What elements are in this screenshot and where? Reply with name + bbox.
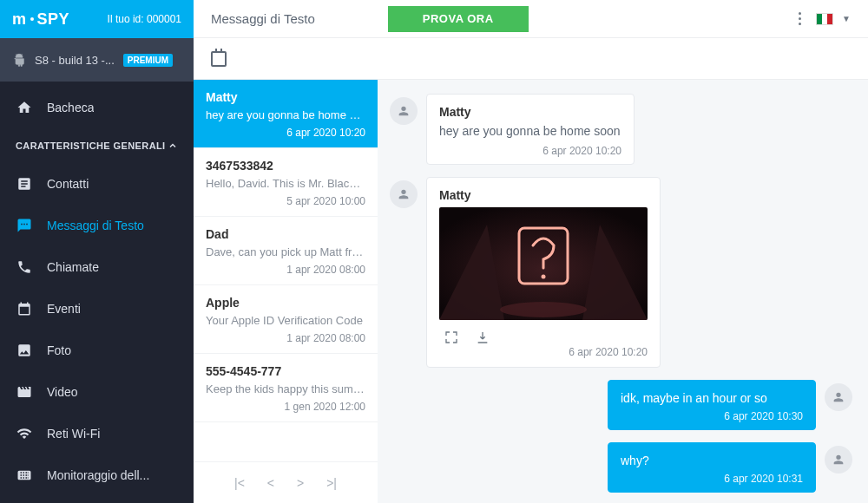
sidebar-item-videos[interactable]: Video (0, 371, 194, 413)
expand-icon[interactable] (444, 330, 460, 346)
sidebar-item-keylogger[interactable]: Key Logger (0, 496, 194, 503)
conversation-item[interactable]: 555-4545-777 Keep the kids happy this su… (194, 354, 378, 422)
android-icon (12, 53, 26, 67)
image-actions (439, 329, 648, 346)
messages-pane[interactable]: Matty hey are you gonna be home soon 6 a… (378, 80, 868, 503)
pager-first[interactable]: |< (234, 476, 245, 490)
contacts-icon (16, 175, 33, 193)
premium-badge: PREMIUM (123, 54, 173, 67)
download-icon[interactable] (476, 330, 491, 346)
message-bubble: Matty (426, 177, 661, 368)
sidebar-header: mSPY Il tuo id: 000001 (0, 0, 194, 38)
conversation-item[interactable]: 3467533842 Hello, David. This is Mr. Bla… (194, 148, 378, 217)
message-bubble: idk, maybe in an hour or so 6 apr 2020 1… (608, 380, 816, 430)
image-icon (16, 342, 33, 359)
toolbar (194, 38, 868, 80)
message-row-sent: why? 6 apr 2020 10:31 (390, 442, 852, 493)
flag-italy-icon[interactable] (816, 13, 833, 25)
brand-logo: mSPY (12, 10, 69, 29)
sidebar-item-sms[interactable]: Messaggi di Testo (0, 205, 194, 246)
sidebar-section-general[interactable]: CARATTERISTICHE GENERALI (0, 128, 194, 163)
sidebar-item-dashboard[interactable]: Bacheca (0, 87, 194, 128)
sidebar-item-wifi[interactable]: Reti Wi-Fi (0, 413, 194, 454)
message-row-sent: idk, maybe in an hour or so 6 apr 2020 1… (390, 380, 852, 430)
sidebar-item-photos[interactable]: Foto (0, 330, 194, 371)
sidebar-item-calls[interactable]: Chiamate (0, 246, 194, 288)
mms-image[interactable] (439, 207, 648, 320)
device-selector[interactable]: S8 - build 13 -... PREMIUM (0, 38, 194, 82)
message-bubble: Matty hey are you gonna be home soon 6 a… (426, 94, 635, 165)
message-bubble: why? 6 apr 2020 10:31 (608, 442, 816, 493)
conversation-list: Matty hey are you gonna be home soon 6 a… (194, 80, 378, 503)
message-row-received: Matty (390, 177, 852, 368)
conversation-item[interactable]: Apple Your Apple ID Verification Code 1 … (194, 285, 378, 354)
topbar: Messaggi di Testo PROVA ORA ▼ (194, 0, 868, 38)
svg-point-3 (500, 302, 587, 317)
wifi-icon (16, 425, 33, 442)
phone-icon (16, 258, 33, 276)
keyboard-icon (16, 467, 33, 484)
svg-point-2 (542, 275, 546, 279)
message-row-received: Matty hey are you gonna be home soon 6 a… (390, 94, 852, 165)
sidebar-item-monitoring[interactable]: Monitoraggio dell... (0, 454, 194, 496)
pager-next[interactable]: > (297, 476, 304, 490)
device-name: S8 - build 13 -... (35, 54, 115, 67)
chevron-up-icon (168, 140, 178, 151)
calendar-filter-button[interactable] (211, 51, 227, 67)
more-menu-button[interactable] (792, 11, 807, 27)
pagination: |< < > >| (194, 461, 378, 503)
home-icon (16, 99, 33, 116)
sidebar-item-events[interactable]: Eventi (0, 288, 194, 330)
avatar-icon (825, 383, 852, 411)
page-title: Messaggi di Testo (211, 11, 315, 26)
sidebar: mSPY Il tuo id: 000001 S8 - build 13 -..… (0, 0, 194, 503)
pager-last[interactable]: >| (326, 476, 337, 490)
language-dropdown-caret[interactable]: ▼ (842, 14, 851, 23)
main: Messaggi di Testo PROVA ORA ▼ Matty hey … (194, 0, 868, 503)
avatar-icon (825, 446, 852, 474)
pager-prev[interactable]: < (267, 476, 274, 490)
sidebar-nav: Bacheca CARATTERISTICHE GENERALI Contatt… (0, 82, 194, 503)
sidebar-item-contacts[interactable]: Contatti (0, 163, 194, 205)
avatar-icon (390, 97, 418, 125)
video-icon (16, 383, 33, 401)
content: Matty hey are you gonna be home soon 6 a… (194, 80, 868, 503)
avatar-icon (390, 180, 418, 208)
message-icon (16, 217, 33, 234)
conversation-item[interactable]: Dad Dave, can you pick up Matt from scho… (194, 217, 378, 285)
calendar-icon (16, 300, 33, 317)
try-now-button[interactable]: PROVA ORA (388, 6, 529, 32)
conversation-item[interactable]: Matty hey are you gonna be home soon 6 a… (194, 80, 378, 148)
user-id: Il tuo id: 000001 (108, 13, 181, 25)
